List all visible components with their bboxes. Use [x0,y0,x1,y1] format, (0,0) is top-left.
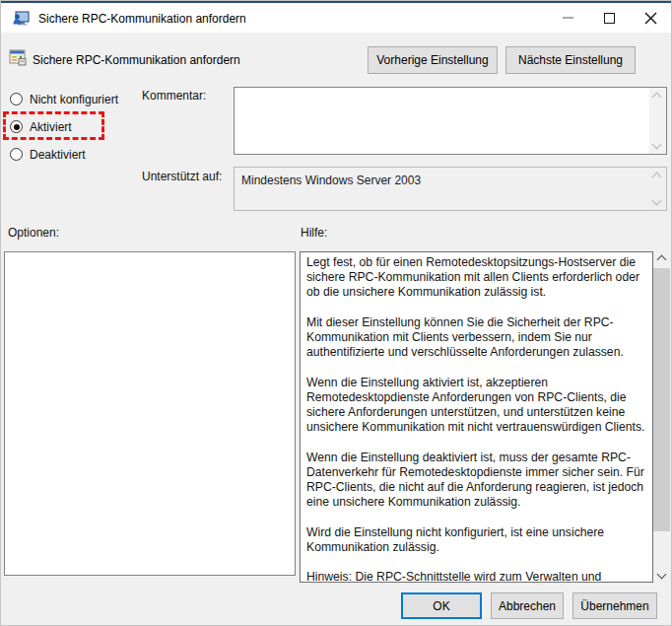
maximize-icon [604,13,615,24]
close-icon [644,12,657,25]
help-paragraph: Wird die Einstellung nicht konfiguriert,… [306,525,646,555]
chevron-down-icon [652,140,662,150]
options-label: Optionen: [8,226,59,240]
group-policy-app-icon [12,10,30,28]
supported-on-label: Unterstützt auf: [142,170,222,183]
policy-setting-icon [9,48,28,67]
radio-label-disabled: Deaktiviert [30,148,86,162]
window-controls [547,3,671,33]
chevron-up-icon [652,93,662,103]
help-paragraph: Mit dieser Einstellung können Sie die Si… [306,315,646,361]
scrollbar-thumb[interactable] [653,268,670,531]
chevron-down-icon [652,196,662,206]
radio-circle-disabled[interactable] [10,148,23,161]
scroll-up-button[interactable] [653,251,670,268]
supported-on-field: Mindestens Windows Server 2003 [234,167,667,211]
titlebar[interactable]: Sichere RPC-Kommunikation anfordern [1,3,671,33]
supported-scrollbar [649,168,666,210]
minimize-icon [563,17,573,19]
policy-setting-dialog: Sichere RPC-Kommunikation anfordern Sich… [0,0,672,626]
help-text: Legt fest, ob für einen Remotedesktopsit… [300,251,653,583]
chevron-up-icon [657,255,667,265]
help-paragraph: Legt fest, ob für einen Remotedesktopsit… [306,255,646,301]
minimize-button [547,3,588,33]
maximize-button[interactable] [588,3,630,33]
radio-not-configured[interactable]: Nicht konfiguriert [10,92,118,106]
help-paragraph: Hinweis: Die RPC-Schnittstelle wird zum … [306,570,646,583]
help-scrollbar[interactable] [653,251,670,583]
scroll-down-button[interactable] [653,566,670,583]
comment-label: Kommentar: [142,89,206,103]
setting-name-heading: Sichere RPC-Kommunikation anfordern [33,53,240,67]
help-pane: Legt fest, ob für einen Remotedesktopsit… [300,251,670,583]
help-label: Hilfe: [301,226,327,240]
comment-scrollbar [649,88,666,154]
cancel-button[interactable]: Abbrechen [491,592,564,619]
comment-textarea[interactable] [234,87,667,155]
close-button[interactable] [630,3,671,33]
radio-label-not-configured: Nicht konfiguriert [30,93,118,106]
previous-setting-button[interactable]: Vorherige Einstellung [368,46,498,74]
chevron-up-icon [652,173,662,182]
chevron-down-icon [657,570,667,580]
supported-on-value: Mindestens Windows Server 2003 [241,174,644,187]
next-setting-button[interactable]: Nächste Einstellung [505,46,636,74]
ok-button[interactable]: OK [401,592,482,619]
window-title: Sichere RPC-Kommunikation anfordern [38,12,246,26]
apply-button[interactable]: Übernehmen [572,592,657,619]
red-dashed-highlight [3,111,104,140]
radio-disabled[interactable]: Deaktiviert [10,147,86,162]
options-pane [4,251,296,576]
help-paragraph: Wenn die Einstellung deaktiviert ist, mu… [306,451,646,511]
help-paragraph: Wenn die Einstellung aktiviert ist, akze… [306,376,646,436]
radio-circle-not-configured[interactable] [10,93,23,105]
